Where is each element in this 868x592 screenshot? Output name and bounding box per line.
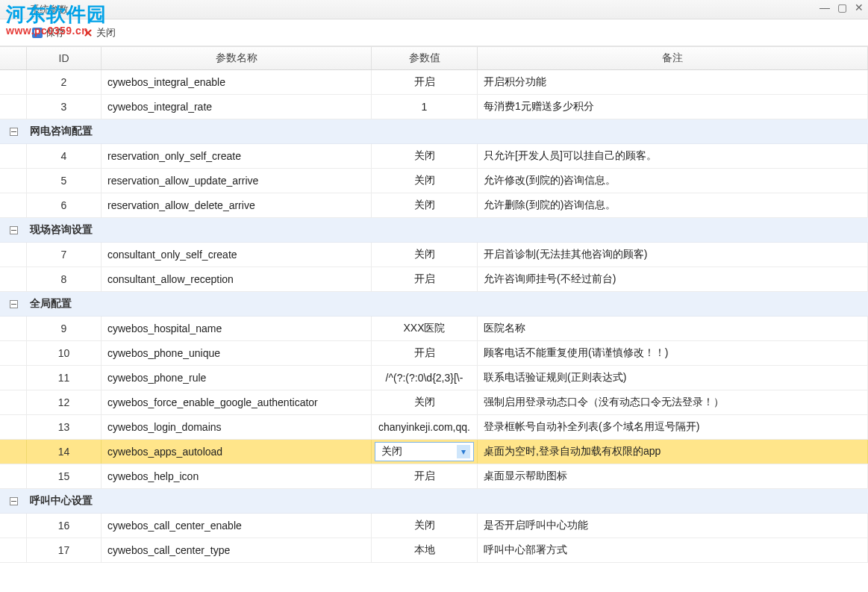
cell-value[interactable]: 关闭 bbox=[372, 243, 478, 267]
parameter-grid: ID 参数名称 参数值 备注 2cywebos_integral_enable开… bbox=[0, 46, 868, 591]
table-row[interactable]: 17cywebos_call_center_type本地呼叫中心部署方式 bbox=[0, 538, 868, 563]
table-row[interactable]: 11cywebos_phone_rule/^(?:(?:0\d{2,3}[\-联… bbox=[0, 366, 868, 390]
cell-note: 开启首诊制(无法挂其他咨询的顾客) bbox=[478, 243, 868, 267]
toolbar: 保存 关闭 bbox=[0, 19, 868, 46]
group-title: 呼叫中心设置 bbox=[27, 494, 93, 508]
table-row[interactable]: 12cywebos_force_enable_google_authentica… bbox=[0, 390, 868, 415]
row-gutter bbox=[0, 169, 27, 193]
table-row[interactable]: 14cywebos_apps_autoload关闭▾桌面为空时,登录自动加载有权… bbox=[0, 440, 868, 464]
cell-name: cywebos_hospital_name bbox=[102, 317, 372, 340]
header-id[interactable]: ID bbox=[27, 47, 102, 69]
header-name[interactable]: 参数名称 bbox=[102, 47, 372, 69]
row-gutter bbox=[0, 317, 27, 340]
dropdown-value: 关闭 bbox=[381, 445, 402, 458]
row-gutter bbox=[0, 440, 27, 464]
cell-id: 14 bbox=[27, 440, 102, 464]
cell-name: cywebos_phone_rule bbox=[102, 366, 372, 390]
cell-value[interactable]: 开启 bbox=[372, 267, 478, 291]
window-titlebar: 系统参数 — ▢ ✕ bbox=[0, 0, 868, 19]
cell-note: 每消费1元赠送多少积分 bbox=[478, 95, 868, 119]
close-window-icon[interactable]: ✕ bbox=[855, 1, 864, 13]
cell-value[interactable]: 开启 bbox=[372, 70, 478, 94]
row-gutter bbox=[0, 70, 27, 94]
collapse-icon[interactable] bbox=[10, 300, 18, 308]
group-title: 网电咨询配置 bbox=[27, 125, 93, 138]
cell-value[interactable]: 关闭▾ bbox=[372, 440, 478, 464]
table-row[interactable]: 3cywebos_integral_rate1每消费1元赠送多少积分 bbox=[0, 95, 868, 119]
table-row[interactable]: 16cywebos_call_center_enable关闭是否开启呼叫中心功能 bbox=[0, 514, 868, 538]
cell-value[interactable]: 开启 bbox=[372, 341, 478, 365]
row-gutter bbox=[0, 514, 27, 538]
row-gutter bbox=[0, 366, 27, 390]
cell-note: 允许删除(到院的)咨询信息。 bbox=[478, 193, 868, 217]
cell-note: 联系电话验证规则(正则表达式) bbox=[478, 366, 868, 390]
cell-id: 13 bbox=[27, 415, 102, 439]
cell-value[interactable]: 开启 bbox=[372, 464, 478, 488]
header-note[interactable]: 备注 bbox=[478, 47, 868, 69]
table-row[interactable]: 4reservation_only_self_create关闭只允许[开发人员]… bbox=[0, 144, 868, 169]
table-row[interactable]: 2cywebos_integral_enable开启开启积分功能 bbox=[0, 70, 868, 95]
cell-note: 允许修改(到院的)咨询信息。 bbox=[478, 169, 868, 193]
cell-name: reservation_allow_delete_arrive bbox=[102, 193, 372, 217]
row-gutter bbox=[0, 144, 27, 168]
group-header[interactable]: 呼叫中心设置 bbox=[0, 489, 868, 514]
save-button[interactable]: 保存 bbox=[27, 22, 70, 43]
row-gutter bbox=[0, 464, 27, 488]
cell-id: 12 bbox=[27, 390, 102, 414]
cell-id: 9 bbox=[27, 317, 102, 340]
group-header[interactable]: 网电咨询配置 bbox=[0, 119, 868, 144]
cell-value[interactable]: 关闭 bbox=[372, 169, 478, 193]
row-gutter bbox=[0, 341, 27, 365]
table-row[interactable]: 9cywebos_hospital_nameXXX医院医院名称 bbox=[0, 317, 868, 341]
table-row[interactable]: 6reservation_allow_delete_arrive关闭允许删除(到… bbox=[0, 193, 868, 218]
cell-id: 4 bbox=[27, 144, 102, 168]
cell-name: cywebos_force_enable_google_authenticato… bbox=[102, 390, 372, 414]
table-row[interactable]: 10cywebos_phone_unique开启顾客电话不能重复使用(请谨慎修改… bbox=[0, 341, 868, 366]
table-row[interactable]: 13cywebos_login_domainschanyinkeji.com,q… bbox=[0, 415, 868, 440]
cell-name: cywebos_integral_enable bbox=[102, 70, 372, 94]
group-title: 现场咨询设置 bbox=[27, 223, 93, 237]
cell-name: cywebos_login_domains bbox=[102, 415, 372, 439]
cell-id: 11 bbox=[27, 366, 102, 390]
cell-id: 2 bbox=[27, 70, 102, 94]
collapse-icon[interactable] bbox=[10, 497, 18, 505]
group-header[interactable]: 全局配置 bbox=[0, 292, 868, 317]
grid-header: ID 参数名称 参数值 备注 bbox=[0, 46, 868, 70]
value-dropdown[interactable]: 关闭▾ bbox=[375, 442, 474, 461]
cell-note: 呼叫中心部署方式 bbox=[478, 538, 868, 562]
cell-id: 8 bbox=[27, 267, 102, 291]
cell-name: cywebos_call_center_type bbox=[102, 538, 372, 562]
cell-value[interactable]: chanyinkeji.com,qq. bbox=[372, 415, 478, 439]
cell-note: 开启积分功能 bbox=[478, 70, 868, 94]
close-icon bbox=[83, 28, 93, 38]
header-value[interactable]: 参数值 bbox=[372, 47, 478, 69]
minimize-icon[interactable]: — bbox=[819, 1, 830, 13]
group-title: 全局配置 bbox=[27, 297, 72, 311]
cell-value[interactable]: 本地 bbox=[372, 538, 478, 562]
cell-value[interactable]: XXX医院 bbox=[372, 317, 478, 340]
close-button[interactable]: 关闭 bbox=[78, 22, 121, 43]
cell-value[interactable]: 关闭 bbox=[372, 390, 478, 414]
table-row[interactable]: 7consultant_only_self_create关闭开启首诊制(无法挂其… bbox=[0, 243, 868, 267]
cell-value[interactable]: 1 bbox=[372, 95, 478, 119]
cell-value[interactable]: 关闭 bbox=[372, 514, 478, 538]
window-title: 系统参数 bbox=[30, 3, 69, 16]
table-row[interactable]: 5reservation_allow_update_arrive关闭允许修改(到… bbox=[0, 169, 868, 193]
maximize-icon[interactable]: ▢ bbox=[837, 1, 847, 13]
cell-id: 15 bbox=[27, 464, 102, 488]
table-row[interactable]: 8consultant_allow_reception开启允许咨询师挂号(不经过… bbox=[0, 267, 868, 292]
row-gutter bbox=[0, 415, 27, 439]
group-header[interactable]: 现场咨询设置 bbox=[0, 218, 868, 243]
cell-note: 登录框帐号自动补全列表(多个域名用逗号隔开) bbox=[478, 415, 868, 439]
cell-value[interactable]: 关闭 bbox=[372, 193, 478, 217]
cell-note: 顾客电话不能重复使用(请谨慎修改！！) bbox=[478, 341, 868, 365]
cell-value[interactable]: 关闭 bbox=[372, 144, 478, 168]
cell-value[interactable]: /^(?:(?:0\d{2,3}[\- bbox=[372, 366, 478, 390]
header-expander bbox=[0, 47, 27, 69]
collapse-icon[interactable] bbox=[10, 226, 18, 234]
chevron-down-icon[interactable]: ▾ bbox=[457, 445, 470, 458]
table-row[interactable]: 15cywebos_help_icon开启桌面显示帮助图标 bbox=[0, 464, 868, 489]
collapse-icon[interactable] bbox=[10, 128, 18, 136]
row-gutter bbox=[0, 267, 27, 291]
row-gutter bbox=[0, 538, 27, 562]
